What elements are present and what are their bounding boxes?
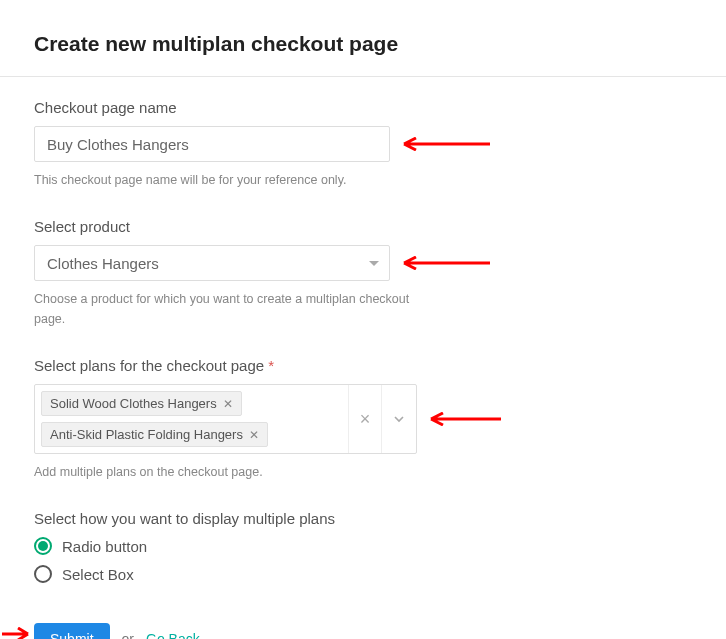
annotation-arrow-icon [429,412,503,426]
plan-tag[interactable]: Solid Wood Clothes Hangers ✕ [41,391,242,416]
annotation-arrow-icon [402,256,492,270]
checkout-name-input[interactable] [34,126,390,162]
go-back-link[interactable]: Go Back [146,631,200,639]
label-select-plans: Select plans for the checkout page * [34,357,726,374]
form-actions: Submit or Go Back [34,623,726,639]
label-select-plans-text: Select plans for the checkout page [34,357,264,374]
radio-label: Radio button [62,538,147,555]
product-select-value: Clothes Hangers [47,255,159,272]
annotation-arrow-icon [0,627,30,639]
product-select[interactable]: Clothes Hangers [34,245,390,281]
radio-label: Select Box [62,566,134,583]
divider [0,76,726,77]
helper-checkout-name: This checkout page name will be for your… [34,170,414,190]
close-icon[interactable]: ✕ [223,397,233,411]
or-text: or [122,631,134,639]
field-display-mode: Select how you want to display multiple … [34,510,726,583]
field-checkout-name: Checkout page name This checkout page na… [34,99,726,190]
field-select-product: Select product Clothes Hangers Choose a … [34,218,726,329]
radio-checked-icon [34,537,52,555]
plan-tag[interactable]: Anti-Skid Plastic Folding Hangers ✕ [41,422,268,447]
chevron-down-icon [369,261,379,266]
chevron-down-icon [392,412,406,426]
plan-tag-label: Anti-Skid Plastic Folding Hangers [50,427,243,442]
helper-select-plans: Add multiple plans on the checkout page. [34,462,414,482]
submit-button[interactable]: Submit [34,623,110,639]
label-display-mode: Select how you want to display multiple … [34,510,726,527]
plans-dropdown-toggle[interactable] [382,385,416,453]
label-checkout-name: Checkout page name [34,99,726,116]
radio-unchecked-icon [34,565,52,583]
radio-option-radio-button[interactable]: Radio button [34,537,726,555]
plans-multiselect[interactable]: Solid Wood Clothes Hangers ✕ Anti-Skid P… [34,384,417,454]
required-asterisk-icon: * [268,357,274,374]
label-select-product: Select product [34,218,726,235]
page-title: Create new multiplan checkout page [34,32,726,56]
radio-option-select-box[interactable]: Select Box [34,565,726,583]
plan-tag-label: Solid Wood Clothes Hangers [50,396,217,411]
annotation-arrow-icon [402,137,492,151]
clear-all-button[interactable]: × [348,385,382,453]
close-icon[interactable]: ✕ [249,428,259,442]
helper-select-product: Choose a product for which you want to c… [34,289,414,329]
plans-tags-area: Solid Wood Clothes Hangers ✕ Anti-Skid P… [35,385,348,453]
field-select-plans: Select plans for the checkout page * Sol… [34,357,726,482]
